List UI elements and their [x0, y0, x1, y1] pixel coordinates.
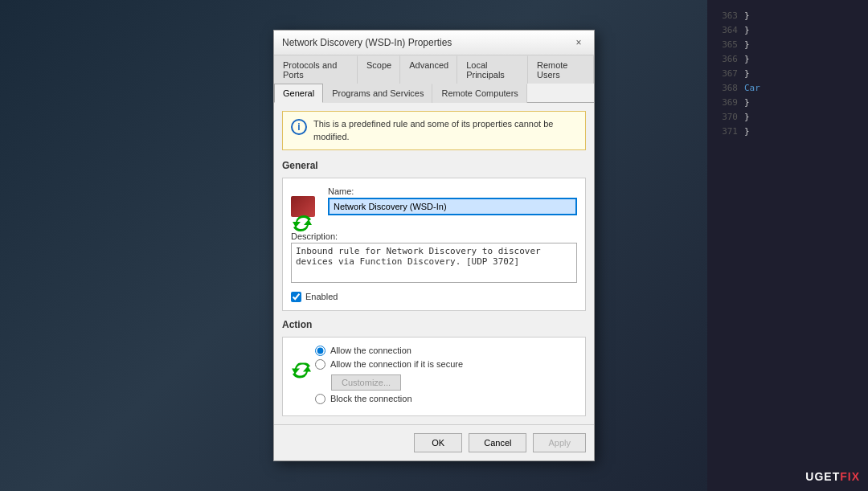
allow-connection-row: Allow the connection	[315, 346, 577, 356]
block-connection-row: Block the connection	[315, 394, 577, 404]
name-input[interactable]	[328, 198, 577, 215]
dialog-body: i This is a predefined rule and some of …	[274, 103, 594, 424]
firewall-icon-inner	[291, 196, 315, 217]
recycle-arrows-icon	[289, 215, 315, 231]
customize-button: Customize...	[331, 374, 401, 391]
allow-secure-row: Allow the connection if it is secure	[315, 359, 577, 370]
tabs-row2: General Programs and Services Remote Com…	[274, 84, 594, 103]
tab-programs-services[interactable]: Programs and Services	[323, 84, 432, 103]
info-banner: i This is a predefined rule and some of …	[282, 111, 586, 150]
enabled-checkbox[interactable]	[291, 292, 301, 302]
tab-general[interactable]: General	[274, 84, 323, 103]
tab-scope[interactable]: Scope	[358, 55, 400, 84]
apply-button: Apply	[533, 433, 586, 452]
name-row: Name:	[291, 186, 577, 225]
close-button[interactable]: ×	[571, 35, 586, 50]
allow-secure-radio[interactable]	[315, 359, 326, 370]
description-textarea[interactable]: Inbound rule for Network Discovery to di…	[291, 243, 577, 283]
action-box: Allow the connection Allow the connectio…	[282, 337, 586, 416]
title-bar: Network Discovery (WSD-In) Properties ×	[274, 31, 594, 55]
tabs-row1: Protocols and Ports Scope Advanced Local…	[274, 55, 594, 84]
dialog-window: Network Discovery (WSD-In) Properties × …	[273, 30, 595, 461]
watermark: UGETFIX	[805, 470, 860, 483]
block-connection-label[interactable]: Block the connection	[330, 394, 412, 403]
action-section-label: Action	[282, 319, 586, 330]
description-label: Description:	[291, 231, 577, 241]
info-banner-text: This is a predefined rule and some of it…	[313, 118, 577, 143]
dialog-footer: OK Cancel Apply	[274, 424, 594, 460]
allow-connection-label[interactable]: Allow the connection	[330, 346, 411, 355]
code-editor-bg: 363} 364} 365} 366} 367} 368Car 369} 370…	[707, 0, 868, 491]
info-icon: i	[291, 119, 307, 135]
customize-btn-wrapper: Customize...	[315, 373, 577, 394]
action-icon	[289, 363, 313, 390]
enabled-label[interactable]: Enabled	[305, 292, 338, 301]
allow-connection-radio[interactable]	[315, 346, 326, 356]
name-label: Name:	[328, 186, 577, 196]
tab-protocols-and-ports[interactable]: Protocols and Ports	[274, 55, 358, 84]
code-lines: 363} 364} 365} 366} 367} 368Car 369} 370…	[707, 0, 868, 491]
tab-remote-users[interactable]: Remote Users	[528, 55, 594, 84]
tab-remote-computers[interactable]: Remote Computers	[432, 84, 526, 103]
enabled-row: Enabled	[291, 292, 577, 302]
allow-secure-label[interactable]: Allow the connection if it is secure	[330, 359, 463, 369]
firewall-icon	[291, 196, 320, 225]
cancel-button[interactable]: Cancel	[469, 433, 526, 452]
action-recycle-icon	[289, 363, 313, 387]
watermark-text: UGETFIX	[805, 470, 860, 483]
dialog-title: Network Discovery (WSD-In) Properties	[282, 37, 452, 48]
tab-advanced[interactable]: Advanced	[400, 55, 457, 84]
name-fields: Name:	[328, 186, 577, 215]
block-connection-radio[interactable]	[315, 394, 326, 404]
tab-local-principals[interactable]: Local Principals	[457, 55, 528, 84]
general-section-label: General	[282, 160, 586, 171]
ok-button[interactable]: OK	[414, 433, 462, 452]
general-section: Name: Description: Inbound rule for Netw…	[282, 178, 586, 311]
